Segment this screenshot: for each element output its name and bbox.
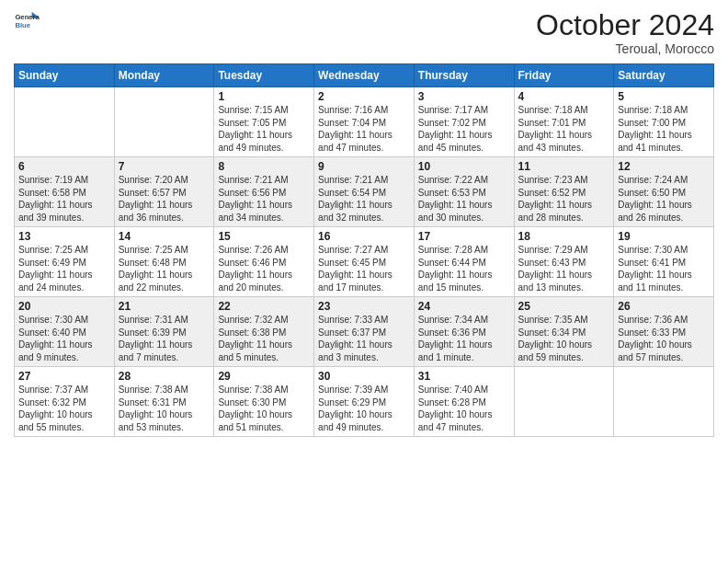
day-info: Sunrise: 7:35 AMSunset: 6:34 PMDaylight:…	[518, 314, 610, 363]
calendar-table: Sunday Monday Tuesday Wednesday Thursday…	[14, 63, 714, 437]
week-row-1: 1Sunrise: 7:15 AMSunset: 7:05 PMDaylight…	[15, 87, 714, 157]
day-number: 27	[18, 370, 110, 383]
day-info: Sunrise: 7:37 AMSunset: 6:32 PMDaylight:…	[18, 384, 110, 433]
day-info: Sunrise: 7:18 AMSunset: 7:01 PMDaylight:…	[518, 104, 610, 154]
col-tuesday: Tuesday	[214, 64, 314, 87]
day-info: Sunrise: 7:20 AMSunset: 6:57 PMDaylight:…	[119, 174, 210, 224]
day-info: Sunrise: 7:21 AMSunset: 6:54 PMDaylight:…	[318, 174, 410, 224]
day-number: 5	[618, 90, 710, 103]
day-number: 19	[618, 230, 710, 243]
calendar-cell-w5-d1: 27Sunrise: 7:37 AMSunset: 6:32 PMDayligh…	[15, 367, 115, 437]
day-number: 16	[318, 230, 410, 243]
day-number: 12	[618, 160, 710, 173]
week-row-5: 27Sunrise: 7:37 AMSunset: 6:32 PMDayligh…	[15, 367, 714, 437]
svg-text:Blue: Blue	[15, 21, 30, 29]
month-title: October 2024	[536, 9, 714, 41]
calendar-cell-w1-d5: 3Sunrise: 7:17 AMSunset: 7:02 PMDaylight…	[414, 87, 514, 157]
calendar-cell-w1-d4: 2Sunrise: 7:16 AMSunset: 7:04 PMDaylight…	[314, 87, 415, 157]
day-info: Sunrise: 7:16 AMSunset: 7:04 PMDaylight:…	[318, 104, 410, 154]
day-info: Sunrise: 7:40 AMSunset: 6:28 PMDaylight:…	[418, 384, 510, 433]
day-info: Sunrise: 7:30 AMSunset: 6:40 PMDaylight:…	[18, 314, 110, 363]
week-row-3: 13Sunrise: 7:25 AMSunset: 6:49 PMDayligh…	[15, 227, 714, 297]
week-row-2: 6Sunrise: 7:19 AMSunset: 6:58 PMDaylight…	[15, 157, 714, 227]
calendar-cell-w3-d5: 17Sunrise: 7:28 AMSunset: 6:44 PMDayligh…	[414, 227, 514, 297]
title-block: October 2024 Teroual, Morocco	[536, 9, 714, 56]
day-number: 11	[518, 160, 610, 173]
calendar-cell-w3-d3: 15Sunrise: 7:26 AMSunset: 6:46 PMDayligh…	[214, 227, 314, 297]
calendar-cell-w2-d4: 9Sunrise: 7:21 AMSunset: 6:54 PMDaylight…	[314, 157, 415, 227]
calendar-cell-w2-d7: 12Sunrise: 7:24 AMSunset: 6:50 PMDayligh…	[614, 157, 714, 227]
day-info: Sunrise: 7:22 AMSunset: 6:53 PMDaylight:…	[418, 174, 510, 224]
day-info: Sunrise: 7:29 AMSunset: 6:43 PMDaylight:…	[518, 244, 610, 293]
day-number: 30	[318, 370, 410, 383]
col-monday: Monday	[114, 64, 214, 87]
day-info: Sunrise: 7:18 AMSunset: 7:00 PMDaylight:…	[618, 104, 710, 154]
calendar-cell-w1-d3: 1Sunrise: 7:15 AMSunset: 7:05 PMDaylight…	[214, 87, 314, 157]
day-number: 2	[318, 90, 410, 103]
day-number: 18	[518, 230, 610, 243]
calendar-cell-w4-d7: 26Sunrise: 7:36 AMSunset: 6:33 PMDayligh…	[614, 297, 714, 367]
calendar-cell-w2-d1: 6Sunrise: 7:19 AMSunset: 6:58 PMDaylight…	[15, 157, 115, 227]
day-info: Sunrise: 7:26 AMSunset: 6:46 PMDaylight:…	[218, 244, 310, 293]
calendar-cell-w5-d7	[614, 367, 714, 437]
day-number: 6	[18, 160, 110, 173]
day-number: 14	[119, 230, 210, 243]
calendar-cell-w2-d2: 7Sunrise: 7:20 AMSunset: 6:57 PMDaylight…	[114, 157, 214, 227]
day-info: Sunrise: 7:32 AMSunset: 6:38 PMDaylight:…	[218, 314, 310, 363]
header: General Blue October 2024 Teroual, Moroc…	[14, 9, 714, 56]
calendar-cell-w5-d4: 30Sunrise: 7:39 AMSunset: 6:29 PMDayligh…	[314, 367, 415, 437]
day-info: Sunrise: 7:30 AMSunset: 6:41 PMDaylight:…	[618, 244, 710, 293]
day-info: Sunrise: 7:23 AMSunset: 6:52 PMDaylight:…	[518, 174, 610, 224]
day-info: Sunrise: 7:27 AMSunset: 6:45 PMDaylight:…	[318, 244, 410, 293]
day-info: Sunrise: 7:28 AMSunset: 6:44 PMDaylight:…	[418, 244, 510, 293]
day-number: 13	[18, 230, 110, 243]
week-row-4: 20Sunrise: 7:30 AMSunset: 6:40 PMDayligh…	[15, 297, 714, 367]
calendar-cell-w2-d3: 8Sunrise: 7:21 AMSunset: 6:56 PMDaylight…	[214, 157, 314, 227]
calendar-cell-w2-d6: 11Sunrise: 7:23 AMSunset: 6:52 PMDayligh…	[514, 157, 614, 227]
calendar-cell-w1-d2	[114, 87, 214, 157]
day-number: 7	[119, 160, 210, 173]
location: Teroual, Morocco	[536, 41, 714, 56]
day-number: 3	[418, 90, 510, 103]
day-info: Sunrise: 7:19 AMSunset: 6:58 PMDaylight:…	[18, 174, 110, 224]
day-number: 9	[318, 160, 410, 173]
calendar-cell-w3-d7: 19Sunrise: 7:30 AMSunset: 6:41 PMDayligh…	[614, 227, 714, 297]
calendar-cell-w4-d4: 23Sunrise: 7:33 AMSunset: 6:37 PMDayligh…	[314, 297, 415, 367]
calendar-cell-w5-d2: 28Sunrise: 7:38 AMSunset: 6:31 PMDayligh…	[114, 367, 214, 437]
page: General Blue October 2024 Teroual, Moroc…	[0, 0, 728, 563]
day-info: Sunrise: 7:25 AMSunset: 6:49 PMDaylight:…	[18, 244, 110, 293]
calendar-cell-w5-d5: 31Sunrise: 7:40 AMSunset: 6:28 PMDayligh…	[414, 367, 514, 437]
day-info: Sunrise: 7:15 AMSunset: 7:05 PMDaylight:…	[218, 104, 310, 154]
col-sunday: Sunday	[15, 64, 115, 87]
calendar-cell-w3-d1: 13Sunrise: 7:25 AMSunset: 6:49 PMDayligh…	[15, 227, 115, 297]
col-saturday: Saturday	[614, 64, 714, 87]
calendar-cell-w5-d6	[514, 367, 614, 437]
day-number: 20	[18, 300, 110, 313]
logo-icon: General Blue	[14, 9, 40, 35]
day-number: 25	[518, 300, 610, 313]
calendar-cell-w1-d6: 4Sunrise: 7:18 AMSunset: 7:01 PMDaylight…	[514, 87, 614, 157]
calendar-cell-w3-d4: 16Sunrise: 7:27 AMSunset: 6:45 PMDayligh…	[314, 227, 415, 297]
day-info: Sunrise: 7:17 AMSunset: 7:02 PMDaylight:…	[418, 104, 510, 154]
logo: General Blue	[14, 9, 40, 35]
day-number: 31	[418, 370, 510, 383]
calendar-cell-w3-d2: 14Sunrise: 7:25 AMSunset: 6:48 PMDayligh…	[114, 227, 214, 297]
calendar-cell-w4-d6: 25Sunrise: 7:35 AMSunset: 6:34 PMDayligh…	[514, 297, 614, 367]
calendar-cell-w4-d5: 24Sunrise: 7:34 AMSunset: 6:36 PMDayligh…	[414, 297, 514, 367]
day-number: 17	[418, 230, 510, 243]
day-info: Sunrise: 7:38 AMSunset: 6:30 PMDaylight:…	[218, 384, 310, 433]
calendar-cell-w5-d3: 29Sunrise: 7:38 AMSunset: 6:30 PMDayligh…	[214, 367, 314, 437]
day-number: 24	[418, 300, 510, 313]
calendar-cell-w2-d5: 10Sunrise: 7:22 AMSunset: 6:53 PMDayligh…	[414, 157, 514, 227]
day-info: Sunrise: 7:36 AMSunset: 6:33 PMDaylight:…	[618, 314, 710, 363]
day-number: 21	[119, 300, 210, 313]
day-info: Sunrise: 7:33 AMSunset: 6:37 PMDaylight:…	[318, 314, 410, 363]
day-number: 22	[218, 300, 310, 313]
day-number: 1	[218, 90, 310, 103]
day-number: 10	[418, 160, 510, 173]
day-info: Sunrise: 7:24 AMSunset: 6:50 PMDaylight:…	[618, 174, 710, 224]
day-number: 4	[518, 90, 610, 103]
day-number: 23	[318, 300, 410, 313]
calendar-header-row: Sunday Monday Tuesday Wednesday Thursday…	[15, 64, 714, 87]
col-thursday: Thursday	[414, 64, 514, 87]
